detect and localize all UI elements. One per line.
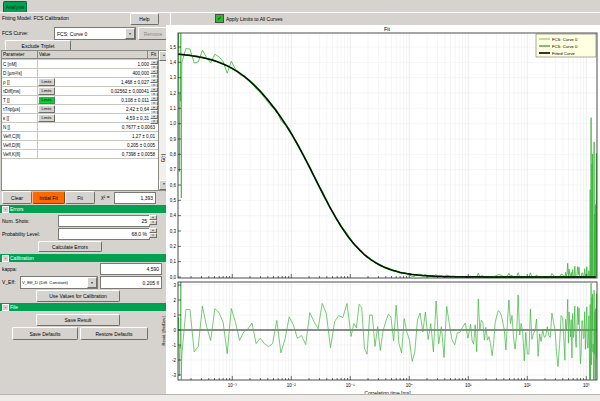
svg-text:-3: -3 (172, 373, 176, 378)
svg-text:0,2: 0,2 (170, 244, 177, 249)
kappa-value: 4,590 (101, 266, 161, 272)
param-value-field[interactable]: 1,000 (55, 60, 150, 68)
param-spinner[interactable]: ▲▼ (150, 60, 158, 68)
svg-text:0: 0 (173, 328, 176, 333)
exclude-triplet-label: Exclude Triplet (22, 43, 55, 49)
param-name: τDiff[ms] (2, 87, 38, 95)
probability-level-label: Probability Level: (2, 231, 40, 237)
apply-limits-checkbox[interactable]: ✓ (215, 14, 224, 23)
num-shots-spinner[interactable]: ▲▼ (149, 215, 157, 225)
svg-text:0,7: 0,7 (170, 167, 177, 172)
save-defaults-label: Save Defaults (29, 331, 60, 337)
veff-selected-option: V_Eff_D (Diff. Constant) (21, 280, 87, 285)
svg-text:0,9: 0,9 (170, 137, 177, 142)
restore-defaults-label: Restore Defaults (95, 331, 132, 337)
param-value-field[interactable]: 4,59 ± 0,31 (55, 114, 150, 122)
limits-button[interactable]: Limits (38, 114, 55, 122)
limits-button[interactable]: Limits (38, 78, 55, 86)
residual-plot-area[interactable] (178, 282, 597, 380)
calibration-collapse-button[interactable]: ▪ (2, 255, 9, 262)
param-name: τTrip[µs] (2, 105, 38, 113)
chevron-down-icon[interactable]: ▼ (125, 28, 135, 39)
fit-button[interactable]: Fit (65, 191, 95, 204)
svg-text:10⁻²: 10⁻² (287, 383, 296, 388)
param-derived-value: 0,7677 ± 0,0063 (38, 123, 167, 131)
initial-fit-button[interactable]: Initial Fit (32, 191, 65, 204)
num-shots-label: Num. Shots: (2, 218, 30, 224)
param-spinner[interactable]: ▲▼ (150, 69, 158, 77)
param-row-N []: N []0,7677 ± 0,0063 (2, 123, 167, 132)
param-value-field[interactable]: 400,000 (55, 69, 150, 77)
kappa-field: 4,590 (100, 263, 162, 275)
main-plot-area[interactable] (178, 33, 597, 278)
param-spinner[interactable]: ▲▼ (150, 87, 158, 95)
svg-text:0,0: 0,0 (170, 275, 177, 280)
svg-text:10⁰: 10⁰ (406, 383, 413, 388)
spinner-down-icon[interactable]: ▼ (149, 220, 157, 225)
help-button[interactable]: Help (130, 13, 159, 25)
limits-button[interactable]: Limits (38, 105, 55, 113)
svg-text:1: 1 (173, 313, 176, 318)
legend-label-0: FCS: Curve 0 (552, 37, 578, 42)
tab-analysis[interactable]: Analysis (3, 1, 27, 12)
legend: FCS: Curve 0FCS: Curve 0Fitted Curve (536, 34, 596, 57)
file-section-header: ▪ File (0, 303, 176, 311)
fcs-curve-selected-value: FCS: Curve 0 (55, 31, 125, 37)
errors-collapse-button[interactable]: ▪ (2, 206, 9, 213)
limits-button[interactable]: Limits (38, 87, 55, 95)
num-shots-field[interactable]: 25 (58, 215, 150, 227)
svg-text:0,4: 0,4 (170, 213, 177, 218)
errors-section-header: ▪ Errors (0, 205, 176, 213)
probability-level-field[interactable]: 68,0 % (58, 228, 150, 240)
calibration-section-header: ▪ Calibration (0, 254, 176, 262)
col-header-value[interactable]: Value (38, 51, 148, 59)
spinner-down-icon[interactable]: ▼ (149, 233, 157, 238)
param-value-field[interactable]: 0,02562 ± 0,00041 (55, 87, 150, 95)
svg-text:0,6: 0,6 (170, 183, 177, 188)
svg-text:10²: 10² (524, 383, 531, 388)
param-spinner[interactable]: ▲▼ (150, 114, 158, 122)
status-strip (0, 394, 600, 401)
svg-text:10¹: 10¹ (465, 383, 472, 388)
svg-text:10⁻³: 10⁻³ (228, 383, 237, 388)
param-row-Veff,C[fl]: Veff,C[fl]1,27 ± 0,01 (2, 132, 167, 141)
restore-defaults-button[interactable]: Restore Defaults (80, 327, 148, 340)
param-row-τDiff[ms]: τDiff[ms]Limits0,02562 ± 0,00041▲▼✓ (2, 87, 167, 96)
save-defaults-button[interactable]: Save Defaults (12, 327, 78, 340)
fit-chart: 0,00,10,20,30,40,50,60,70,80,91,01,11,21… (158, 26, 600, 401)
fitted-curve (178, 54, 596, 277)
average-curve (178, 54, 596, 277)
use-values-button[interactable]: Use Values for Calibration (36, 290, 120, 302)
svg-text:3: 3 (173, 283, 176, 288)
chi2-value: 1,393 (115, 195, 155, 201)
file-collapse-button[interactable]: ▪ (2, 304, 9, 311)
chevron-down-icon[interactable]: ▼ (87, 277, 97, 288)
calculate-errors-button[interactable]: Calculate Errors (38, 241, 102, 252)
svg-text:1,1: 1,1 (170, 106, 177, 111)
clear-button[interactable]: Clear (2, 191, 32, 204)
chart-title: Fit (384, 26, 391, 32)
calibration-section-title: Calibration (10, 255, 34, 261)
errors-section-title: Errors (10, 206, 24, 212)
col-header-parameter[interactable]: Parameter (2, 51, 38, 59)
param-spinner[interactable]: ▲▼ (150, 96, 158, 104)
param-value-field[interactable]: 1,468 ± 0,027 (55, 78, 150, 86)
svg-text:0,5: 0,5 (170, 198, 177, 203)
save-result-button[interactable]: Save Result (36, 314, 120, 326)
veff-select[interactable]: V_Eff_D (Diff. Constant) ▼ (20, 276, 98, 289)
param-value-field[interactable]: 2,42 ± 0,64 (55, 105, 150, 113)
param-name: D [µm²/s] (2, 69, 38, 77)
param-spinner[interactable]: ▲▼ (150, 78, 158, 86)
fcs-curve-select[interactable]: FCS: Curve 0 ▼ (54, 27, 136, 40)
fcs-curve-label: FCS Curve: (2, 30, 28, 36)
y-axis-title: G(τ) (161, 153, 166, 162)
limits-button[interactable]: Limits (38, 96, 55, 104)
axes (178, 33, 597, 380)
parameter-table-header: Parameter Value Fit (2, 51, 167, 60)
tab-analysis-label: Analysis (6, 4, 25, 10)
legend-label-2: Fitted Curve (552, 51, 575, 56)
probability-spinner[interactable]: ▲▼ (149, 228, 157, 238)
help-button-label: Help (139, 16, 149, 22)
param-spinner[interactable]: ▲▼ (150, 105, 158, 113)
param-value-field[interactable]: 0,108 ± 0,011 (55, 96, 150, 104)
